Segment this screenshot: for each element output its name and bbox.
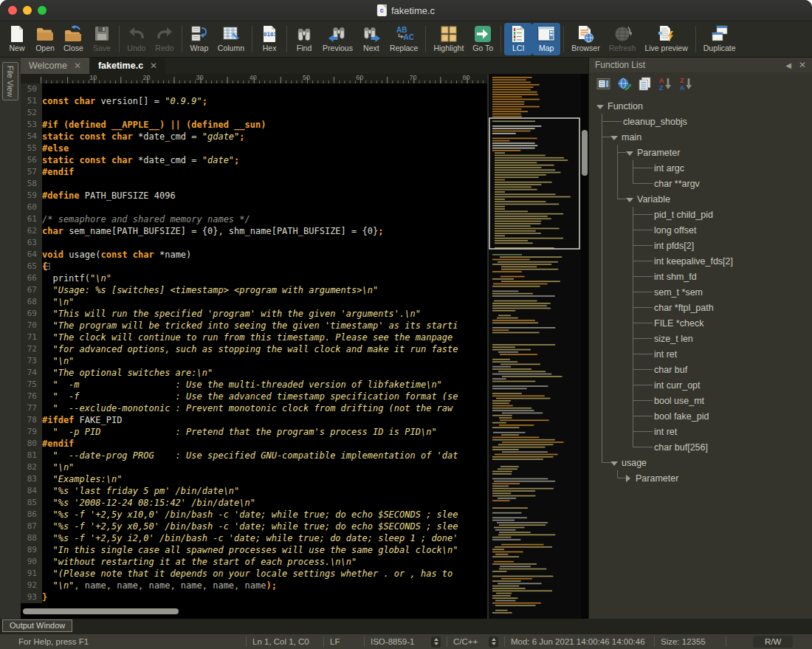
- expand-icon[interactable]: [626, 475, 630, 482]
- code-line[interactable]: "The optional switches are:\n": [42, 367, 487, 379]
- tree-item-bool-fake-pid[interactable]: bool fake_pid: [633, 408, 812, 424]
- toolbar-replace-button[interactable]: ABACReplace: [385, 23, 423, 55]
- code-line[interactable]: [42, 83, 487, 95]
- tree-item-long-offset[interactable]: long offset: [633, 222, 812, 238]
- function-list-display-icon[interactable]: [596, 77, 610, 91]
- toolbar-lci-button[interactable]: LCI: [504, 23, 532, 55]
- tree-item-parameter[interactable]: Parameter: [617, 145, 812, 160]
- sort-descending-icon[interactable]: ZA: [679, 77, 693, 91]
- tree-item-pid-t-child-pid[interactable]: pid_t child_pid: [633, 207, 812, 222]
- code-minimap[interactable]: [488, 74, 581, 619]
- code-line[interactable]: [42, 107, 487, 119]
- code-line[interactable]: "(Please note that it depends on your lo…: [42, 568, 487, 580]
- toolbar-close-button[interactable]: Close: [59, 23, 88, 55]
- file-view-tab[interactable]: File View: [2, 62, 18, 100]
- code-line[interactable]: [42, 237, 487, 249]
- code-line[interactable]: const char version[] = "0.9.9";: [42, 95, 487, 107]
- tree-item-variable[interactable]: Variable: [617, 191, 812, 207]
- code-line[interactable]: "\n": [42, 461, 487, 473]
- toolbar-next-button[interactable]: Next: [357, 23, 385, 55]
- code-line[interactable]: "%s 'last friday 5 pm' /bin/date\n": [42, 485, 487, 497]
- tree-item-int-curr-opt[interactable]: int curr_opt: [633, 377, 812, 393]
- function-list-web-icon[interactable]: [617, 77, 631, 91]
- code-line[interactable]: #endif: [42, 438, 487, 450]
- close-tab-icon[interactable]: ✕: [74, 61, 81, 71]
- toolbar-new-button[interactable]: New: [3, 23, 31, 55]
- tree-item-char-ftpl-path[interactable]: char *ftpl_path: [633, 300, 812, 315]
- toolbar-wrap-button[interactable]: Wrap: [185, 23, 213, 55]
- code-line[interactable]: "Examples:\n": [42, 473, 487, 485]
- code-line[interactable]: "%s -f '+2,5y x10,0' /bin/bash -c 'date;…: [42, 509, 487, 521]
- collapse-icon[interactable]: [596, 105, 604, 109]
- tree-item-bool-use-mt[interactable]: bool use_mt: [633, 393, 812, 408]
- code-line[interactable]: " --exclude-monotonic : Prevent monotoni…: [42, 402, 487, 414]
- tree-item-usage[interactable]: usage: [602, 455, 812, 470]
- tree-item-function[interactable]: Function: [596, 98, 812, 114]
- collapse-icon[interactable]: [610, 461, 618, 466]
- code-line[interactable]: "This will run the specified 'program' w…: [42, 308, 487, 320]
- copy-list-icon[interactable]: [638, 77, 652, 91]
- close-tab-icon[interactable]: ✕: [150, 61, 157, 71]
- tree-item-int-ret[interactable]: int ret: [633, 346, 812, 362]
- code-line[interactable]: " --date-prog PROG : Use specified GNU-c…: [42, 450, 487, 461]
- tree-item-cleanup-shobjs[interactable]: cleanup_shobjs: [602, 114, 812, 129]
- tree-item-int-ret[interactable]: int ret: [633, 424, 812, 439]
- output-window-tab[interactable]: Output Window: [2, 619, 72, 632]
- toolbar-go-to-button[interactable]: Go To: [468, 23, 498, 55]
- toolbar-find-button[interactable]: Find: [290, 23, 318, 55]
- code-text-area[interactable]: const char version[] = "0.9.9";#if (defi…: [42, 83, 487, 603]
- code-line[interactable]: "In this single case all spawned process…: [42, 544, 487, 556]
- code-line[interactable]: "%s '2008-12-24 08:15:42' /bin/date\n": [42, 497, 487, 509]
- tree-item-main[interactable]: main: [602, 129, 812, 145]
- code-line[interactable]: }: [42, 591, 487, 603]
- close-window-button[interactable]: [8, 6, 17, 15]
- code-line[interactable]: [42, 202, 487, 213]
- code-line[interactable]: #if (defined __APPLE__) || (defined __su…: [42, 119, 487, 131]
- horizontal-scrollbar-thumb[interactable]: [23, 608, 179, 614]
- tree-item-int-pfds-2-[interactable]: int pfds[2]: [633, 238, 812, 253]
- toolbar-live-preview-button[interactable]: Live preview: [640, 23, 692, 55]
- code-line[interactable]: static const char *date_cmd = "gdate";: [42, 131, 487, 142]
- code-line[interactable]: "\n": [42, 296, 487, 308]
- code-line[interactable]: /* semaphore and shared memory names */: [42, 213, 487, 225]
- code-line[interactable]: "The program will be tricked into seeing…: [42, 320, 487, 332]
- code-line[interactable]: #endif: [42, 166, 487, 178]
- code-line[interactable]: "\n": [42, 355, 487, 367]
- code-line[interactable]: " -p PID : Pretend that the program's pr…: [42, 426, 487, 438]
- code-line[interactable]: printf("\n": [42, 272, 487, 284]
- toolbar-open-button[interactable]: Open: [31, 23, 59, 55]
- code-line[interactable]: [42, 178, 487, 190]
- vertical-scrollbar-thumb[interactable]: [582, 130, 588, 176]
- code-line[interactable]: " -m : Use the multi-threaded version of…: [42, 379, 487, 391]
- code-line[interactable]: "The clock will continue to run from thi…: [42, 332, 487, 343]
- code-line[interactable]: "\n", name, name, name, name, name, name…: [42, 580, 487, 591]
- vertical-scrollbar[interactable]: [581, 74, 588, 619]
- tree-item-int-shm-fd[interactable]: int shm_fd: [633, 269, 812, 284]
- code-line[interactable]: #else: [42, 142, 487, 154]
- code-line[interactable]: char sem_name[PATH_BUFSIZE] = {0}, shm_n…: [42, 225, 487, 237]
- code-line[interactable]: "without restarting it at the start of e…: [42, 556, 487, 568]
- tab-faketime-c[interactable]: faketime.c✕: [90, 58, 166, 74]
- read-write-toggle[interactable]: R/W: [753, 636, 793, 648]
- close-panel-icon[interactable]: ✕: [799, 60, 806, 70]
- tree-item-size-t-len[interactable]: size_t len: [633, 331, 812, 346]
- minimap-canvas[interactable]: [489, 74, 581, 619]
- code-line[interactable]: "for advanced options, such as stopping …: [42, 343, 487, 355]
- zoom-window-button[interactable]: [38, 6, 47, 15]
- encoding-stepper[interactable]: [431, 636, 441, 648]
- toolbar-map-button[interactable]: Map: [532, 23, 560, 55]
- code-line[interactable]: "%s -f '+2,5y x0,50' /bin/bash -c 'date;…: [42, 521, 487, 532]
- tree-item-sem-t-sem[interactable]: sem_t *sem: [633, 284, 812, 300]
- collapse-icon[interactable]: [626, 151, 633, 156]
- code-editor[interactable]: 5051525354555657585960616263646566676869…: [21, 83, 487, 619]
- toolbar-previous-button[interactable]: Previous: [318, 23, 357, 55]
- code-line[interactable]: #define PATH_BUFSIZE 4096: [42, 190, 487, 202]
- tree-item-char-argv[interactable]: char **argv: [633, 176, 812, 191]
- language-stepper[interactable]: [489, 636, 498, 648]
- toolbar-browser-button[interactable]: Browser: [567, 23, 605, 55]
- collapse-icon[interactable]: [626, 198, 633, 202]
- tree-item-int-argc[interactable]: int argc: [633, 160, 812, 176]
- tab-welcome[interactable]: Welcome✕: [21, 58, 90, 74]
- tree-item-char-buf[interactable]: char buf: [633, 362, 812, 377]
- code-line[interactable]: {: [42, 261, 487, 272]
